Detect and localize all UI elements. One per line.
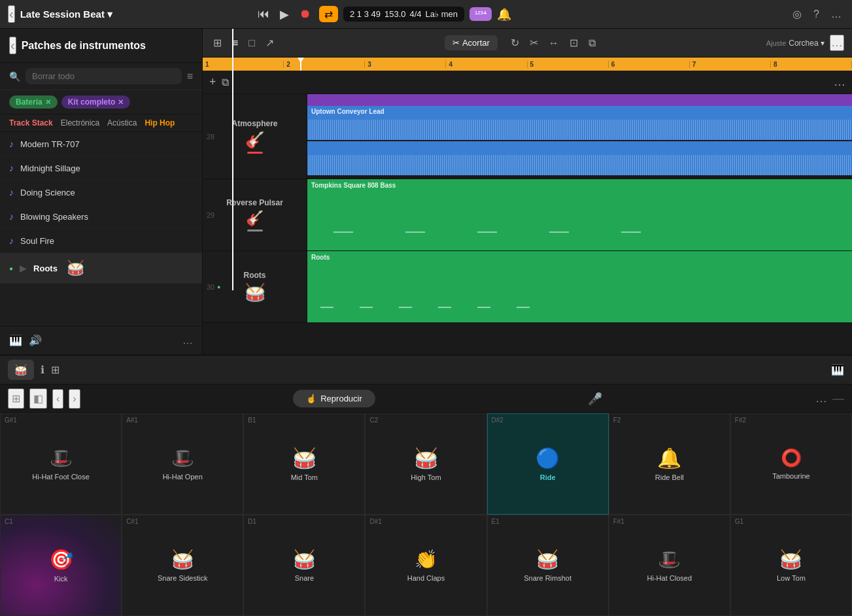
play-pad-button[interactable]: ☝ Reproducir: [293, 390, 375, 407]
instrument-item-tr707[interactable]: ♪ Modern TR-707: [0, 132, 202, 156]
pad-snare-sidestick[interactable]: C#1 🥁 Snare Sidestick: [122, 515, 243, 616]
undo-button[interactable]: ↻: [508, 34, 522, 52]
piano-roll-button[interactable]: 🎹: [831, 364, 844, 376]
top-bar-left: ‹ Late Session Beat ▾: [8, 5, 112, 23]
more-button[interactable]: …: [828, 6, 844, 23]
more-options-icon[interactable]: …: [182, 335, 193, 347]
instrument-name: Midnight Sillage: [20, 163, 80, 173]
filter-icon[interactable]: ≡: [187, 71, 193, 82]
play-button[interactable]: ▶: [277, 5, 292, 24]
pad-mid-tom[interactable]: B1 🥁 Mid Tom: [243, 413, 365, 515]
chip-bateria[interactable]: Batería ✕: [9, 95, 58, 109]
tag-hiphop[interactable]: Hip Hop: [145, 118, 175, 128]
loop-button[interactable]: ⇄: [319, 6, 338, 22]
clip-purple-bar: [307, 94, 852, 106]
stretch-button[interactable]: ↔: [546, 35, 562, 52]
pad-ride[interactable]: D#2 🔵 Ride: [487, 413, 609, 515]
grid-view-button[interactable]: ⊞: [211, 34, 224, 52]
chip-kit-completo[interactable]: Kit completo ✕: [61, 95, 131, 109]
compact-view-button[interactable]: □: [246, 35, 258, 52]
pad-snare[interactable]: D1 🥁 Snare: [243, 515, 365, 616]
instrument-item-doing-science[interactable]: ♪ Doing Science: [0, 180, 202, 205]
track-content-roots[interactable]: Roots: [307, 251, 852, 322]
pad-snare-rimshot[interactable]: E1 🥁 Snare Rimshot: [487, 515, 609, 616]
next-button[interactable]: ›: [69, 389, 80, 409]
instrument-item-midnight[interactable]: ♪ Midnight Sillage: [0, 156, 202, 180]
clip-blue-bottom[interactable]: [307, 141, 852, 175]
main-content: ‹ Patches de instrumentos 🔍 ≡ Batería ✕ …: [0, 29, 852, 354]
sidebar-bottom: 🎹 🔊 …: [0, 326, 202, 354]
chip-bateria-close[interactable]: ✕: [45, 98, 51, 107]
pad-label-kick: Kick: [54, 575, 68, 583]
pad-label-hand-claps: Hand Claps: [407, 574, 445, 582]
instrument-item-blowing-speakers[interactable]: ♪ Blowing Speakers: [0, 205, 202, 229]
pad-more-button[interactable]: …: [815, 392, 827, 405]
tag-acustica[interactable]: Acústica: [107, 118, 137, 128]
pad-hi-hat-open[interactable]: A#1 🎩 Hi-Hat Open: [122, 413, 243, 515]
record-button[interactable]: ⏺: [297, 5, 314, 24]
toolbar-more-button[interactable]: …: [830, 35, 844, 51]
roots-pattern: [307, 307, 852, 308]
rewind-button[interactable]: ⏮: [255, 5, 272, 24]
list-view-button[interactable]: ≡: [230, 35, 241, 52]
track-more-button[interactable]: …: [834, 75, 845, 89]
volume-icon[interactable]: 🔊: [29, 334, 42, 347]
info-button[interactable]: ℹ: [41, 364, 44, 376]
tag-track-stack[interactable]: Track Stack: [9, 118, 53, 128]
instrument-item-roots[interactable]: ● ▶ Roots 🥁: [0, 253, 202, 284]
back-button[interactable]: ‹: [8, 5, 15, 23]
pad-high-tom[interactable]: C2 🥁 High Tom: [365, 413, 486, 515]
tracks-area: ⊞ ≡ □ ↗ ✂ Acortar ↻ ✂ ↔ ⊡ ⧉ Ajuste Corch…: [203, 29, 852, 354]
instrument-item-soul-fire[interactable]: ♪ Soul Fire: [0, 229, 202, 253]
auto-zoom-button[interactable]: ↗: [263, 34, 277, 52]
pad-note: D#2: [492, 417, 503, 424]
pad-hi-hat-closed[interactable]: F#1 🎩 Hi-Hat Closed: [609, 515, 730, 616]
split-view-button[interactable]: ◧: [29, 388, 47, 409]
pad-ride-bell[interactable]: F2 🔔 Ride Bell: [609, 413, 730, 515]
track-name-roots: Roots: [244, 271, 266, 280]
pad-hi-hat-foot-close[interactable]: G#1 🎩 Hi-Hat Foot Close: [0, 413, 122, 515]
pad-grid-view-button[interactable]: ⊞: [8, 388, 24, 409]
add-track-button[interactable]: +: [209, 75, 216, 89]
pad-label-snare: Snare: [295, 574, 314, 582]
cut-button[interactable]: ✂: [527, 34, 541, 52]
snare-icon: 🥁: [293, 549, 316, 570]
metronome-button[interactable]: 🔔: [497, 7, 511, 22]
active-dot: ●: [9, 265, 13, 272]
snare-sidestick-icon: 🥁: [171, 549, 194, 570]
pad-hand-claps[interactable]: D#1 👏 Hand Claps: [365, 515, 486, 616]
prev-button[interactable]: ‹: [52, 389, 63, 409]
tag-electronica[interactable]: Electrónica: [61, 118, 99, 128]
snap-button[interactable]: ✂ Acortar: [445, 35, 498, 50]
pad-note: D#1: [369, 518, 381, 525]
keyboard-icon[interactable]: 🎹: [9, 334, 22, 347]
key-button[interactable]: ¹²³⁴: [469, 7, 492, 21]
pad-tambourine[interactable]: F#2 ⭕ Tambourine: [730, 413, 852, 515]
instrument-icon: ♪: [9, 235, 14, 246]
help-button[interactable]: ?: [811, 6, 822, 23]
chip-kit-completo-close[interactable]: ✕: [118, 98, 124, 107]
pad-low-tom[interactable]: G1 🥁 Low Tom: [730, 515, 852, 616]
paste-button[interactable]: ⧉: [222, 77, 229, 88]
pad-label-hi-hat-open: Hi-Hat Open: [163, 473, 203, 481]
layout-button[interactable]: ⊞: [51, 364, 60, 376]
pad-label-tambourine: Tambourine: [772, 472, 809, 480]
pad-label-hi-hat-foot-close: Hi-Hat Foot Close: [32, 473, 89, 481]
mic-button[interactable]: 🎤: [588, 392, 602, 406]
pad-kick[interactable]: C1 🎯 Kick: [0, 515, 122, 616]
search-input[interactable]: [26, 68, 182, 84]
active-indicator: ●: [217, 284, 220, 290]
share-button[interactable]: ◎: [790, 5, 804, 23]
sidebar-close-button[interactable]: ‹: [9, 37, 16, 54]
snare-rimshot-icon: 🥁: [536, 549, 559, 570]
track-header-atmosphere: 28 Atmosphere 🎸: [203, 94, 307, 179]
copy-button[interactable]: ⧉: [586, 35, 598, 52]
loop-region-button[interactable]: ⊡: [567, 34, 581, 52]
pad-note: C1: [5, 518, 13, 525]
sidebar-search-row: 🔍 ≡: [0, 63, 202, 90]
track-content-reverse-pulsar[interactable]: Tompkins Square 808 Bass: [307, 179, 852, 250]
track-content-atmosphere[interactable]: Uptown Conveyor Lead: [307, 94, 852, 179]
drum-pad-button[interactable]: 🥁: [8, 360, 34, 380]
timeline-ruler: 1 2 3 4 5 6 7 8: [203, 58, 852, 71]
clip-blue-top[interactable]: Uptown Conveyor Lead: [307, 106, 852, 140]
